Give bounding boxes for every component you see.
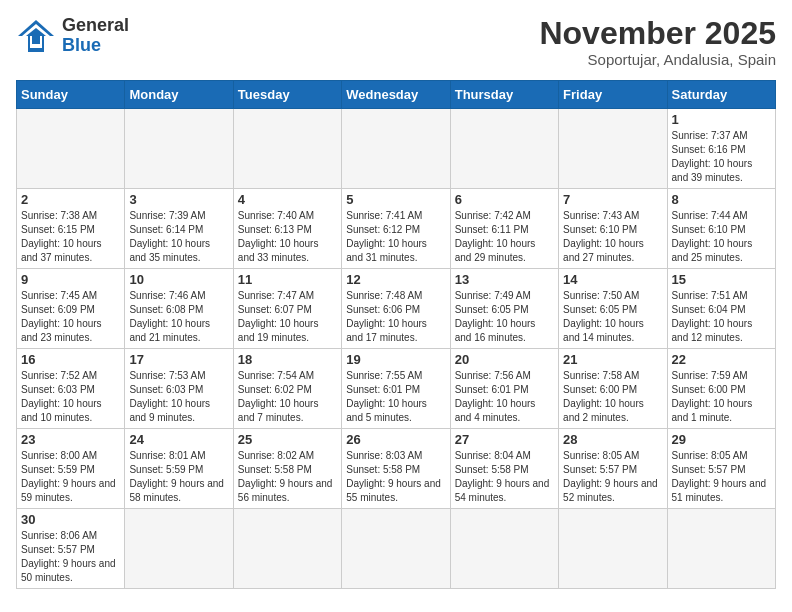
calendar-cell [450,109,558,189]
calendar-cell [125,109,233,189]
day-info: Sunrise: 7:58 AM Sunset: 6:00 PM Dayligh… [563,369,662,425]
day-info: Sunrise: 8:04 AM Sunset: 5:58 PM Dayligh… [455,449,554,505]
calendar-cell: 5Sunrise: 7:41 AM Sunset: 6:12 PM Daylig… [342,189,450,269]
calendar-cell: 8Sunrise: 7:44 AM Sunset: 6:10 PM Daylig… [667,189,775,269]
day-number: 13 [455,272,554,287]
calendar-cell: 29Sunrise: 8:05 AM Sunset: 5:57 PM Dayli… [667,429,775,509]
calendar-cell: 1Sunrise: 7:37 AM Sunset: 6:16 PM Daylig… [667,109,775,189]
calendar-cell: 16Sunrise: 7:52 AM Sunset: 6:03 PM Dayli… [17,349,125,429]
location-title: Soportujar, Andalusia, Spain [539,51,776,68]
day-number: 24 [129,432,228,447]
calendar-cell: 12Sunrise: 7:48 AM Sunset: 6:06 PM Dayli… [342,269,450,349]
day-info: Sunrise: 7:52 AM Sunset: 6:03 PM Dayligh… [21,369,120,425]
day-number: 27 [455,432,554,447]
weekday-header-thursday: Thursday [450,81,558,109]
day-info: Sunrise: 7:54 AM Sunset: 6:02 PM Dayligh… [238,369,337,425]
day-number: 7 [563,192,662,207]
calendar-cell: 18Sunrise: 7:54 AM Sunset: 6:02 PM Dayli… [233,349,341,429]
weekday-header-sunday: Sunday [17,81,125,109]
day-number: 30 [21,512,120,527]
day-number: 29 [672,432,771,447]
title-area: November 2025 Soportujar, Andalusia, Spa… [539,16,776,68]
calendar-cell [450,509,558,589]
day-info: Sunrise: 8:05 AM Sunset: 5:57 PM Dayligh… [672,449,771,505]
day-info: Sunrise: 8:00 AM Sunset: 5:59 PM Dayligh… [21,449,120,505]
weekday-header-saturday: Saturday [667,81,775,109]
day-number: 16 [21,352,120,367]
calendar-cell [17,109,125,189]
day-number: 2 [21,192,120,207]
weekday-header-friday: Friday [559,81,667,109]
calendar-cell: 30Sunrise: 8:06 AM Sunset: 5:57 PM Dayli… [17,509,125,589]
day-number: 9 [21,272,120,287]
day-info: Sunrise: 7:40 AM Sunset: 6:13 PM Dayligh… [238,209,337,265]
calendar-cell: 3Sunrise: 7:39 AM Sunset: 6:14 PM Daylig… [125,189,233,269]
calendar-cell: 17Sunrise: 7:53 AM Sunset: 6:03 PM Dayli… [125,349,233,429]
calendar-cell: 2Sunrise: 7:38 AM Sunset: 6:15 PM Daylig… [17,189,125,269]
day-number: 11 [238,272,337,287]
day-info: Sunrise: 7:48 AM Sunset: 6:06 PM Dayligh… [346,289,445,345]
day-info: Sunrise: 7:49 AM Sunset: 6:05 PM Dayligh… [455,289,554,345]
day-info: Sunrise: 7:46 AM Sunset: 6:08 PM Dayligh… [129,289,228,345]
calendar-week-row: 2Sunrise: 7:38 AM Sunset: 6:15 PM Daylig… [17,189,776,269]
calendar-cell [342,509,450,589]
day-info: Sunrise: 7:51 AM Sunset: 6:04 PM Dayligh… [672,289,771,345]
day-number: 14 [563,272,662,287]
day-info: Sunrise: 7:50 AM Sunset: 6:05 PM Dayligh… [563,289,662,345]
calendar-cell: 6Sunrise: 7:42 AM Sunset: 6:11 PM Daylig… [450,189,558,269]
calendar-cell [667,509,775,589]
day-number: 1 [672,112,771,127]
calendar-cell: 9Sunrise: 7:45 AM Sunset: 6:09 PM Daylig… [17,269,125,349]
calendar-cell: 14Sunrise: 7:50 AM Sunset: 6:05 PM Dayli… [559,269,667,349]
calendar-week-row: 16Sunrise: 7:52 AM Sunset: 6:03 PM Dayli… [17,349,776,429]
day-number: 20 [455,352,554,367]
calendar-cell [233,109,341,189]
weekday-header-wednesday: Wednesday [342,81,450,109]
day-number: 3 [129,192,228,207]
day-info: Sunrise: 7:38 AM Sunset: 6:15 PM Dayligh… [21,209,120,265]
calendar-cell: 21Sunrise: 7:58 AM Sunset: 6:00 PM Dayli… [559,349,667,429]
day-info: Sunrise: 7:44 AM Sunset: 6:10 PM Dayligh… [672,209,771,265]
calendar-cell: 13Sunrise: 7:49 AM Sunset: 6:05 PM Dayli… [450,269,558,349]
calendar-cell: 19Sunrise: 7:55 AM Sunset: 6:01 PM Dayli… [342,349,450,429]
day-number: 21 [563,352,662,367]
day-number: 8 [672,192,771,207]
day-number: 23 [21,432,120,447]
calendar-cell: 22Sunrise: 7:59 AM Sunset: 6:00 PM Dayli… [667,349,775,429]
calendar-cell: 26Sunrise: 8:03 AM Sunset: 5:58 PM Dayli… [342,429,450,509]
weekday-header-row: SundayMondayTuesdayWednesdayThursdayFrid… [17,81,776,109]
day-number: 28 [563,432,662,447]
day-number: 4 [238,192,337,207]
logo-text: General Blue [62,16,129,56]
logo-icon [16,18,56,54]
calendar-cell [125,509,233,589]
day-number: 17 [129,352,228,367]
day-info: Sunrise: 7:42 AM Sunset: 6:11 PM Dayligh… [455,209,554,265]
day-info: Sunrise: 7:43 AM Sunset: 6:10 PM Dayligh… [563,209,662,265]
calendar-cell [233,509,341,589]
weekday-header-monday: Monday [125,81,233,109]
day-info: Sunrise: 8:05 AM Sunset: 5:57 PM Dayligh… [563,449,662,505]
day-number: 15 [672,272,771,287]
page-header: General Blue November 2025 Soportujar, A… [16,16,776,68]
day-number: 5 [346,192,445,207]
day-number: 18 [238,352,337,367]
day-info: Sunrise: 8:01 AM Sunset: 5:59 PM Dayligh… [129,449,228,505]
calendar-week-row: 23Sunrise: 8:00 AM Sunset: 5:59 PM Dayli… [17,429,776,509]
day-info: Sunrise: 7:55 AM Sunset: 6:01 PM Dayligh… [346,369,445,425]
day-number: 10 [129,272,228,287]
calendar-cell: 20Sunrise: 7:56 AM Sunset: 6:01 PM Dayli… [450,349,558,429]
calendar-cell: 11Sunrise: 7:47 AM Sunset: 6:07 PM Dayli… [233,269,341,349]
calendar-cell: 27Sunrise: 8:04 AM Sunset: 5:58 PM Dayli… [450,429,558,509]
day-info: Sunrise: 8:06 AM Sunset: 5:57 PM Dayligh… [21,529,120,585]
day-number: 6 [455,192,554,207]
calendar-week-row: 1Sunrise: 7:37 AM Sunset: 6:16 PM Daylig… [17,109,776,189]
day-number: 12 [346,272,445,287]
day-info: Sunrise: 7:59 AM Sunset: 6:00 PM Dayligh… [672,369,771,425]
day-number: 26 [346,432,445,447]
day-info: Sunrise: 8:03 AM Sunset: 5:58 PM Dayligh… [346,449,445,505]
calendar-cell [342,109,450,189]
calendar-week-row: 30Sunrise: 8:06 AM Sunset: 5:57 PM Dayli… [17,509,776,589]
day-info: Sunrise: 7:53 AM Sunset: 6:03 PM Dayligh… [129,369,228,425]
calendar-cell: 10Sunrise: 7:46 AM Sunset: 6:08 PM Dayli… [125,269,233,349]
